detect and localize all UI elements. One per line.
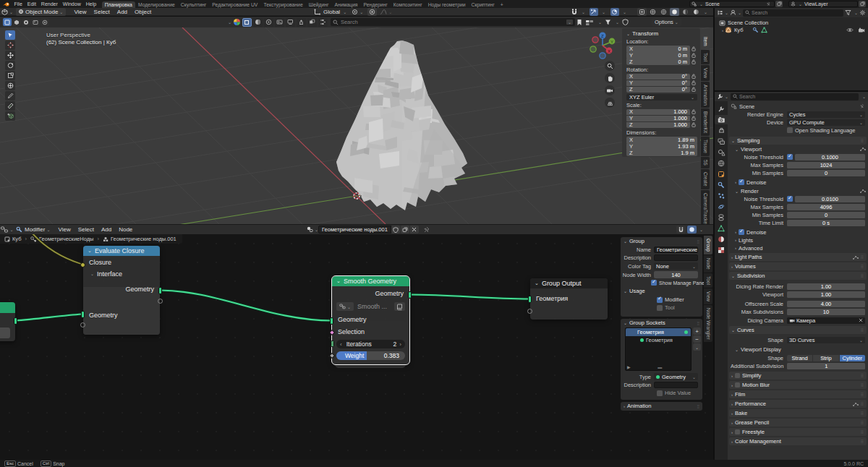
bk-type-material-button[interactable] — [253, 18, 263, 27]
node-partial-field[interactable] — [0, 327, 10, 338]
location-z-field[interactable]: Z0 m — [626, 59, 690, 65]
sampling-viewport-header[interactable]: ⌄Viewport — [728, 145, 868, 153]
bookmark-icon[interactable] — [576, 19, 582, 26]
blenderkit-search-input[interactable]: Search ⌄ — [331, 18, 575, 26]
socket-geometry-output[interactable] — [14, 317, 17, 325]
props-tab-particles[interactable] — [715, 191, 728, 200]
node-evaluate-closure-header[interactable]: ⌄ Evaluate Closure — [83, 246, 160, 256]
camera-view-button[interactable] — [605, 85, 615, 95]
menu-window[interactable]: Window — [60, 1, 83, 7]
transform-orientation[interactable]: Global ⌄ ⌄ ⌄ — [314, 8, 392, 16]
bk-type-brush-button[interactable] — [264, 18, 273, 27]
preset-icon[interactable] — [859, 188, 867, 194]
node-group-output[interactable]: ⌄ Group Output Геометрия — [530, 278, 608, 320]
menu-render[interactable]: Render — [38, 1, 60, 7]
shading-material-button[interactable] — [681, 8, 690, 16]
scale-y-field[interactable]: Y1.000 — [626, 116, 690, 122]
falloff-icon[interactable] — [380, 9, 387, 15]
transform-panel-header[interactable]: ⌄Transform — [626, 30, 697, 37]
add-workspace-button[interactable]: + — [498, 1, 506, 8]
pan-view-button[interactable] — [605, 73, 615, 83]
render-noise-threshold-field[interactable]: 0.0100 — [795, 196, 865, 202]
ne-editor-type-button[interactable]: ⌄ — [0, 226, 14, 233]
toggle-perspective-button[interactable] — [605, 98, 615, 108]
outliner-display-mode-button[interactable]: ⌄ — [730, 9, 741, 16]
interface-toggle[interactable]: ⌄Interface — [83, 268, 160, 279]
viewport-denoise-row[interactable]: ›Denoise — [728, 179, 868, 186]
vp-menu-object[interactable]: Object — [131, 9, 155, 15]
asset-name[interactable]: Smooth ... — [355, 303, 393, 310]
motion-blur-panel-header[interactable]: ›Motion Blur⠿ — [729, 381, 867, 389]
ne-tab-view[interactable]: View — [704, 288, 712, 304]
preset-icon[interactable] — [859, 146, 867, 152]
viewport-options-button[interactable]: Options ⌄ — [652, 18, 681, 26]
additional-subdivision-field[interactable]: 1 — [787, 363, 865, 369]
tool-cursor[interactable] — [5, 40, 15, 50]
asset-filter-material-button[interactable] — [22, 18, 30, 26]
props-tab-viewlayer[interactable] — [715, 137, 728, 146]
max-samples-field[interactable]: 1024 — [787, 162, 865, 168]
outliner-options-button[interactable] — [859, 9, 866, 16]
sidebar-tab-animation[interactable]: Animation — [701, 82, 710, 108]
menu-file[interactable]: File — [12, 1, 25, 7]
navigation-gizmo[interactable]: Z Y X — [586, 30, 619, 60]
scene-selector[interactable]: ⌄ Scene — [689, 1, 775, 7]
ne-snap-button[interactable] — [676, 226, 686, 234]
ne-tree-name-field[interactable]: Геометрические ноды.001 — [318, 226, 391, 234]
new-viewlayer-button[interactable] — [859, 1, 866, 7]
decrement-arrow-icon[interactable]: ‹ — [340, 341, 342, 348]
tool-scale[interactable] — [5, 71, 15, 80]
node-partial-left[interactable] — [0, 302, 15, 341]
group-panel-header[interactable]: ⌄Group⣿ — [621, 237, 702, 245]
bk-type-scene-button[interactable] — [286, 18, 295, 27]
props-tab-object[interactable] — [715, 169, 728, 179]
props-tab-physics[interactable] — [715, 202, 728, 211]
lock-icon[interactable] — [690, 59, 697, 64]
sidebar-tab-create[interactable]: Create — [701, 169, 710, 189]
render-min-samples-field[interactable]: 0 — [787, 212, 865, 218]
menu-edit[interactable]: Edit — [25, 1, 38, 7]
asset-filter-model-button[interactable] — [12, 18, 21, 26]
location-x-field[interactable]: X0 m — [626, 46, 690, 52]
offscreen-scale-field[interactable]: 4.00 — [787, 301, 865, 307]
animation-panel[interactable]: ›Animation⣿ — [621, 402, 702, 411]
lights-row[interactable]: ›Lights — [728, 236, 868, 244]
sidebar-tab-view[interactable]: View — [701, 65, 710, 81]
subdiv-viewport-field[interactable]: 1.00 — [787, 291, 865, 298]
hide-value-checkbox[interactable] — [657, 390, 663, 396]
ne-tab-group[interactable]: Group — [704, 236, 712, 254]
pivot-point-button[interactable]: ⌄ — [352, 9, 363, 15]
socket-geometry-input[interactable] — [330, 317, 333, 325]
ne-menu-select[interactable]: Select — [75, 226, 98, 233]
props-tab-world[interactable] — [715, 158, 728, 168]
tool-select-box[interactable] — [5, 30, 15, 40]
rotation-mode-dropdown[interactable]: XYZ Euler⌄ — [626, 94, 697, 100]
light-paths-panel-header[interactable]: ›Light Paths⠿ — [729, 253, 867, 261]
bk-type-printable-button[interactable] — [297, 18, 306, 27]
grease-pencil-panel-header[interactable]: ›Grease Pencil⠿ — [729, 419, 867, 427]
shading-wireframe-button[interactable] — [659, 8, 668, 16]
eye-icon[interactable] — [846, 27, 854, 33]
node-editor-canvas[interactable]: Куб › ГеометрическиеНоды › Геометрически… — [0, 234, 713, 460]
scale-x-field[interactable]: X1.000 — [626, 109, 690, 116]
chevron-down-icon[interactable]: ⌄ — [862, 94, 866, 99]
dimensions-z-field[interactable]: Z1.9 m — [626, 150, 697, 156]
bk-type-nodes-button[interactable] — [318, 18, 328, 27]
tool-rotate[interactable] — [5, 61, 15, 70]
props-tab-data[interactable] — [715, 223, 728, 233]
usage-tool-checkbox[interactable] — [657, 305, 663, 311]
bk-type-addon-button[interactable] — [307, 18, 317, 27]
pin-icon[interactable] — [766, 1, 771, 7]
ne-menu-view[interactable]: View — [54, 226, 74, 233]
tool-annotate[interactable] — [5, 91, 15, 100]
weight-slider[interactable]: Weight 0.383 — [336, 351, 405, 360]
props-tab-modifiers[interactable] — [715, 180, 728, 189]
ne-unlink-button[interactable] — [410, 226, 419, 234]
vp-menu-add[interactable]: Add — [114, 9, 131, 15]
sidebar-tab-item[interactable]: Item — [701, 34, 710, 49]
render-denoise-row[interactable]: ›Denoise — [728, 228, 868, 236]
socket-description-field[interactable] — [654, 382, 698, 388]
asset-library-button[interactable] — [394, 302, 405, 311]
location-y-field[interactable]: Y0 m — [626, 52, 690, 59]
sampling-render-header[interactable]: ⌄Render — [728, 187, 868, 194]
